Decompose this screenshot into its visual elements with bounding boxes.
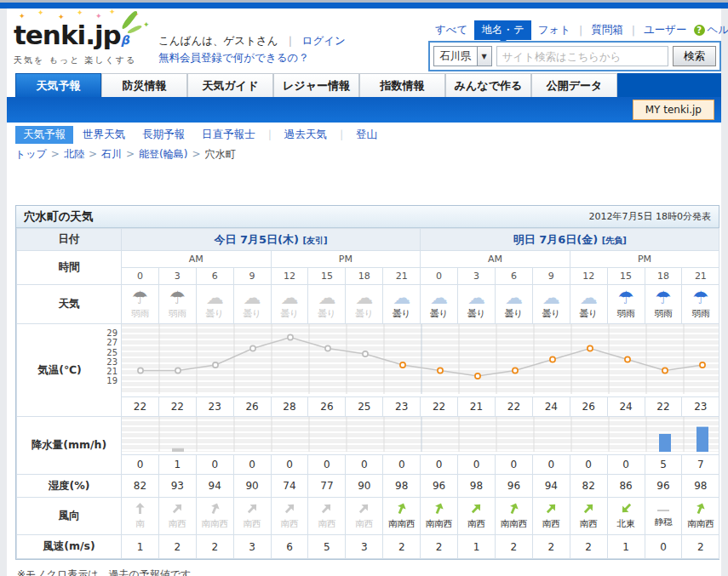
subnav-item-2[interactable]: 長期予報	[135, 126, 192, 144]
weather-label: 曇り	[272, 308, 308, 320]
temperature-value: 26	[308, 397, 346, 417]
hour-label: 21	[383, 268, 421, 285]
tomorrow-date-cell: 明日 7月6日(金) [先負]	[421, 229, 719, 251]
wind-speed-value: 2	[532, 535, 570, 559]
cloud-icon: ☁	[383, 288, 420, 307]
weather-cell: ☁曇り	[532, 285, 570, 324]
humidity-value: 90	[346, 475, 383, 498]
temperature-line-chart	[122, 324, 719, 397]
cloud-icon: ☁	[533, 288, 570, 307]
chevron-down-icon[interactable]: ▼	[477, 47, 491, 66]
wind-direction-cell: 南南西	[196, 498, 233, 535]
separator: |	[630, 24, 637, 37]
wind-speed-row: 風速(m/s) 1223653221222102	[17, 535, 719, 559]
cloud-icon: ☁	[570, 288, 607, 307]
help-link[interactable]: ?ヘルプ	[694, 23, 728, 37]
hour-label: 21	[682, 268, 719, 285]
wind-speed-value: 2	[421, 535, 458, 559]
subnav-item-4[interactable]: 過去天気	[277, 126, 335, 144]
subnav-item-3[interactable]: 日直予報士	[194, 126, 263, 144]
temp-data-point	[625, 356, 630, 362]
breadcrumb-link-2[interactable]: 石川	[101, 147, 122, 162]
precip-bar	[659, 434, 671, 452]
wind-direction-label: 南西	[308, 518, 345, 530]
main-tab-2[interactable]: 天気ガイド	[187, 73, 273, 97]
rain-umbrella-icon: ☂	[122, 288, 158, 307]
search-input[interactable]	[496, 46, 669, 66]
my-tenki-button[interactable]: MY tenki.jp	[633, 100, 714, 120]
temp-data-point	[250, 345, 255, 351]
page-title: 穴水町の天気	[24, 209, 93, 225]
hour-label: 18	[645, 268, 682, 285]
subnav-item-1[interactable]: 世界天気	[75, 126, 133, 144]
wind-direction-cell: 南	[122, 498, 159, 535]
breadcrumb-link-1[interactable]: 北陸	[64, 147, 84, 162]
search-tab-3[interactable]: 質問箱	[584, 20, 630, 40]
main-tab-1[interactable]: 防災情報	[101, 73, 187, 97]
breadcrumb-link-3[interactable]: 能登(輪島)	[139, 147, 187, 162]
main-tab-3[interactable]: レジャー情報	[273, 73, 359, 97]
signup-link[interactable]: 無料会員登録で何ができるの？	[158, 51, 309, 64]
wind-direction-cell: 南西	[570, 498, 607, 535]
precipitation-value: 0	[271, 455, 308, 475]
row-label-precipitation: 降水量(mm/h)	[17, 417, 122, 475]
wind-speed-value: 5	[308, 535, 346, 559]
wind-arrow-icon	[134, 502, 146, 515]
search-tab-0[interactable]: すべて	[428, 20, 474, 40]
wind-arrow-icon	[169, 499, 186, 517]
humidity-value: 98	[682, 475, 719, 498]
weather-label: 曇り	[570, 308, 607, 320]
humidity-value: 90	[233, 475, 271, 498]
weather-label: 弱雨	[645, 308, 682, 320]
breadcrumb-current: 穴水町	[204, 147, 235, 162]
humidity-value: 98	[383, 475, 421, 498]
weather-label: 弱雨	[122, 308, 158, 320]
main-tab-6[interactable]: 公開データ	[531, 73, 617, 97]
wind-arrow-icon	[506, 500, 523, 517]
search-button[interactable]: 検索	[673, 46, 716, 66]
hour-label: 6	[196, 268, 233, 285]
subnav-item-5[interactable]: 登山	[348, 126, 385, 144]
temperature-value: 26	[570, 397, 607, 417]
page: ✦ ✦ ✦ ✦ ✦ ✦ ✦ ✦ tenki.jpβ 天気を もっと 楽しくする …	[0, 0, 728, 576]
precipitation-values-row: 0100000000000057	[17, 455, 719, 475]
hour-label: 3	[458, 268, 496, 285]
temperature-y-axis-labels: 292725232119	[106, 328, 118, 386]
wind-direction-cell: 南西	[458, 498, 496, 535]
row-label-wind-direction: 風向	[17, 498, 122, 535]
weather-label: 曇り	[421, 308, 457, 320]
tenki-logo[interactable]: ✦ ✦ ✦ ✦ ✦ ✦ ✦ ✦ tenki.jpβ 天気を もっと 楽しくする	[14, 22, 158, 66]
login-link[interactable]: ログイン	[302, 34, 346, 47]
breadcrumb-link-0[interactable]: トップ	[15, 147, 47, 162]
main-tab-5[interactable]: みんなで作る	[445, 73, 531, 97]
temp-data-point	[700, 362, 705, 368]
precipitation-value: 0	[421, 455, 458, 475]
rain-umbrella-icon: ☂	[682, 288, 719, 307]
search-tab-2[interactable]: フォト	[531, 20, 577, 40]
weather-label: 曇り	[308, 308, 345, 320]
wind-direction-cell: 南西	[158, 498, 196, 535]
period-row: 時間 AMPMAMPM	[17, 251, 719, 268]
humidity-value: 96	[645, 475, 682, 498]
subnav-item-0[interactable]: 天気予報	[15, 126, 73, 144]
humidity-value: 93	[158, 475, 196, 498]
main-tab-0[interactable]: 天気予報	[15, 73, 101, 97]
period-label: AM	[421, 251, 570, 268]
chevron-right-icon: >	[126, 148, 135, 160]
region-select[interactable]: 石川県 ▼	[433, 46, 492, 66]
search-tab-1[interactable]: 地名・テ	[474, 20, 530, 40]
main-tab-4[interactable]: 指数情報	[359, 73, 445, 97]
search-tab-4[interactable]: ユーザー	[637, 20, 694, 40]
hour-label: 12	[570, 268, 607, 285]
cloud-icon: ☁	[458, 288, 495, 307]
wind-direction-label: 南西	[159, 518, 196, 530]
temp-data-point	[175, 368, 181, 373]
wind-speed-value: 2	[570, 535, 607, 559]
forecast-card-title-bar: 穴水町の天気 2012年7月5日 18時0分発表	[16, 206, 719, 228]
site-header: ✦ ✦ ✦ ✦ ✦ ✦ ✦ ✦ tenki.jpβ 天気を もっと 楽しくする …	[7, 9, 721, 71]
wind-arrow-icon	[431, 500, 448, 517]
precipitation-value: 0	[196, 455, 233, 475]
wind-direction-cell: 静穏	[645, 498, 682, 535]
site-search-box: 石川県 ▼ 検索	[428, 41, 721, 71]
precip-bar	[172, 448, 184, 452]
